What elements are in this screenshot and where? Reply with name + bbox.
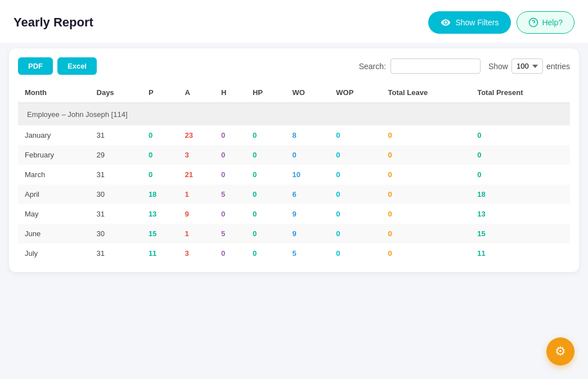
col-wo: WO [285, 83, 329, 103]
table-cell: 11 [470, 243, 570, 263]
employee-group-label: Employee – John Joseph [114] [18, 103, 570, 125]
col-p: P [142, 83, 178, 103]
table-cell: 23 [178, 125, 214, 145]
table-cell: June [18, 224, 90, 243]
table-cell: 0 [285, 145, 329, 165]
table-cell: 31 [90, 243, 142, 263]
help-label: Help? [542, 18, 563, 27]
table-cell: 9 [178, 204, 214, 224]
table-cell: 0 [329, 224, 381, 243]
table-cell: 9 [285, 224, 329, 243]
page-header: Yearly Report Show Filters Help? [0, 0, 588, 43]
table-cell: 13 [470, 204, 570, 224]
col-wop: WOP [329, 83, 381, 103]
table-cell: 0 [142, 165, 178, 184]
table-cell: 3 [178, 243, 214, 263]
table-cell: 5 [214, 184, 246, 204]
table-cell: 30 [90, 224, 142, 243]
table-cell: 0 [381, 145, 471, 165]
page-title: Yearly Report [14, 15, 93, 30]
table-cell: 0 [470, 125, 570, 145]
eye-icon [441, 17, 451, 28]
table-cell: 0 [329, 145, 381, 165]
table-cell: 13 [142, 204, 178, 224]
table-cell: 0 [381, 224, 471, 243]
col-month: Month [18, 83, 90, 103]
col-a: A [178, 83, 214, 103]
pdf-button[interactable]: PDF [18, 57, 53, 75]
table-cell: 0 [470, 145, 570, 165]
question-icon [528, 17, 538, 28]
toolbar: PDF Excel Search: Show 100 10 25 50 entr… [18, 57, 570, 75]
table-row: July311130050011 [18, 243, 570, 263]
search-input[interactable] [390, 58, 481, 74]
col-total-present: Total Present [470, 83, 570, 103]
table-cell: 29 [90, 145, 142, 165]
table-cell: 0 [381, 165, 471, 184]
table-cell: 31 [90, 125, 142, 145]
table-cell: 0 [246, 165, 286, 184]
table-cell: 0 [470, 165, 570, 184]
table-cell: 0 [246, 184, 286, 204]
table-cell: 31 [90, 204, 142, 224]
table-cell: February [18, 145, 90, 165]
table-cell: 0 [214, 204, 246, 224]
show-filters-button[interactable]: Show Filters [428, 11, 511, 34]
table-cell: April [18, 184, 90, 204]
table-row: May311390090013 [18, 204, 570, 224]
table-cell: 0 [381, 204, 471, 224]
table-header: Month Days P A H HP WO WOP Total Leave T… [18, 83, 570, 103]
table-cell: 31 [90, 165, 142, 184]
col-total-leave: Total Leave [381, 83, 471, 103]
col-days: Days [90, 83, 142, 103]
table-cell: 5 [214, 224, 246, 243]
show-filters-label: Show Filters [455, 18, 499, 27]
table-cell: 18 [470, 184, 570, 204]
search-label: Search: [359, 62, 386, 71]
excel-button[interactable]: Excel [57, 57, 97, 75]
header-buttons: Show Filters Help? [428, 11, 574, 34]
table-cell: 0 [329, 125, 381, 145]
table-row: March310210010000 [18, 165, 570, 184]
table-cell: 0 [214, 165, 246, 184]
table-cell: 0 [329, 243, 381, 263]
show-area: Show 100 10 25 50 entries [488, 58, 570, 74]
toolbar-right: Search: Show 100 10 25 50 entries [359, 58, 570, 74]
toolbar-left: PDF Excel [18, 57, 97, 75]
table-cell: 9 [285, 204, 329, 224]
table-cell: 15 [142, 224, 178, 243]
table-cell: 1 [178, 184, 214, 204]
table-cell: 0 [246, 145, 286, 165]
table-cell: 3 [178, 145, 214, 165]
table-row: February2903000000 [18, 145, 570, 165]
table-cell: January [18, 125, 90, 145]
table-cell: 5 [285, 243, 329, 263]
table-cell: 1 [178, 224, 214, 243]
table-cell: 0 [214, 125, 246, 145]
table-cell: 0 [246, 204, 286, 224]
table-cell: 0 [381, 243, 471, 263]
table-cell: 6 [285, 184, 329, 204]
yearly-report-table: Month Days P A H HP WO WOP Total Leave T… [18, 83, 570, 263]
table-cell: 15 [470, 224, 570, 243]
table-cell: 0 [214, 145, 246, 165]
table-cell: 0 [329, 165, 381, 184]
table-row: April301815060018 [18, 184, 570, 204]
employee-group-row: Employee – John Joseph [114] [18, 103, 570, 125]
entries-label: entries [546, 62, 570, 71]
table-cell: 0 [246, 125, 286, 145]
table-cell: July [18, 243, 90, 263]
table-cell: May [18, 204, 90, 224]
show-label: Show [488, 62, 508, 71]
table-cell: 11 [142, 243, 178, 263]
col-h: H [214, 83, 246, 103]
help-button[interactable]: Help? [517, 11, 574, 34]
table-row: January31023008000 [18, 125, 570, 145]
table-cell: 18 [142, 184, 178, 204]
table-cell: 21 [178, 165, 214, 184]
table-cell: 0 [381, 184, 471, 204]
table-cell: 0 [246, 243, 286, 263]
col-hp: HP [246, 83, 286, 103]
table-cell: 0 [329, 204, 381, 224]
entries-select[interactable]: 100 10 25 50 [511, 58, 543, 74]
